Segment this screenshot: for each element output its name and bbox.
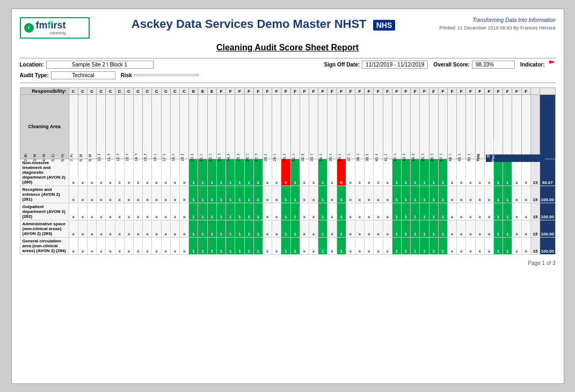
divider — [20, 58, 556, 58]
data-cell: 1 — [290, 237, 300, 254]
data-cell: 1 — [226, 237, 235, 254]
data-cell: x — [272, 220, 281, 237]
data-cell: x — [466, 220, 475, 237]
data-cell: 1 — [411, 237, 420, 254]
data-cell: x — [170, 186, 179, 203]
table-row: Outpatient department (AVON 2) (282)xxxx… — [20, 203, 555, 220]
data-cell: x — [263, 203, 272, 220]
data-cell: 1 — [253, 186, 263, 203]
data-cell: 1 — [429, 220, 438, 237]
data-cell: 0 — [337, 159, 346, 186]
data-cell: x — [457, 237, 466, 254]
total-cell: 13 — [530, 159, 540, 186]
data-cell: x — [161, 186, 170, 203]
data-cell: x — [309, 159, 318, 186]
data-cell: 0 — [281, 159, 290, 186]
area-name: Reception and entrance (AVON 2) (281) — [20, 186, 69, 203]
data-cell: x — [374, 186, 383, 203]
logo-cleaning: cleaning — [36, 31, 66, 35]
data-cell: 1 — [244, 186, 253, 203]
data-cell: 1 — [253, 159, 263, 186]
table-container: Responsibility: C C C C C C C C C C C C … — [20, 87, 556, 255]
data-cell: x — [143, 203, 152, 220]
risk-group: Risk — [121, 72, 199, 78]
responsibility-label: Responsibility: — [20, 87, 69, 94]
data-cell: 1 — [207, 159, 216, 186]
area-name: General circulation area (non-clinical a… — [20, 237, 69, 254]
data-cell: x — [106, 237, 115, 254]
data-cell: 1 — [318, 186, 327, 203]
data-cell: x — [134, 159, 143, 186]
data-cell: x — [327, 186, 337, 203]
data-cell: 1 — [290, 159, 300, 186]
data-cell: x — [69, 237, 78, 254]
risk-label: Risk — [121, 72, 132, 78]
logo-box: f fmfirst cleaning — [20, 17, 90, 39]
data-cell: x — [88, 237, 97, 254]
data-cell: x — [97, 186, 106, 203]
data-cell: 1 — [207, 220, 216, 237]
data-cell: x — [88, 203, 97, 220]
data-cell: 1 — [318, 220, 327, 237]
data-cell: x — [484, 220, 493, 237]
data-cell: 1 — [216, 203, 225, 220]
data-cell: 1 — [503, 203, 512, 220]
indicator-group: Indicator: — [520, 61, 556, 69]
data-cell: x — [447, 237, 456, 254]
data-cell: 1 — [392, 203, 401, 220]
table-row: Reception and entrance (AVON 2) (281)xxx… — [20, 186, 555, 203]
data-cell: 1 — [411, 203, 420, 220]
area-name: Non-invasive treatment and diagnostic de… — [20, 159, 69, 186]
data-cell: x — [374, 203, 383, 220]
sign-off-value: 11/12/2019 - 11/12/2019 — [362, 61, 428, 69]
data-cell: 1 — [401, 220, 410, 237]
data-cell: 1 — [493, 203, 503, 220]
data-cell: 1 — [493, 237, 503, 254]
indicator-label: Indicator: — [520, 62, 545, 68]
data-cell: 1 — [216, 159, 225, 186]
data-cell: x — [300, 237, 309, 254]
data-cell: x — [272, 237, 281, 254]
data-cell: x — [346, 220, 355, 237]
data-cell: 1 — [411, 159, 420, 186]
data-cell: 1 — [244, 220, 253, 237]
data-cell: 1 — [420, 237, 429, 254]
data-cell: 1 — [189, 220, 198, 237]
data-cell: 1 — [198, 237, 207, 254]
logo-text: fmfirst — [36, 20, 66, 30]
data-cell: x — [365, 186, 374, 203]
data-cell: x — [143, 220, 152, 237]
audit-type-group: Audit Type: Technical — [20, 71, 115, 79]
data-cell: 1 — [244, 237, 253, 254]
risk-value — [134, 74, 199, 76]
data-cell: x — [327, 203, 337, 220]
data-cell: 1 — [226, 186, 235, 203]
data-cell: x — [152, 203, 161, 220]
data-cell: 1 — [503, 237, 512, 254]
data-cell: x — [365, 237, 374, 254]
data-cell: x — [97, 237, 106, 254]
data-cell: 1 — [493, 159, 503, 186]
data-cell: 1 — [244, 203, 253, 220]
divider2 — [20, 83, 556, 83]
data-cell: x — [170, 203, 179, 220]
data-cell: x — [78, 220, 87, 237]
data-cell: x — [124, 220, 133, 237]
area-name: Outpatient department (AVON 2) (282) — [20, 203, 69, 220]
data-cell: x — [309, 203, 318, 220]
page-footer: Page 1 of 3 — [20, 260, 556, 266]
total-cell: 15 — [530, 186, 540, 203]
overall-cell: 100.00 — [540, 186, 556, 203]
data-cell: x — [88, 159, 97, 186]
data-cell: x — [346, 186, 355, 203]
data-cell: x — [115, 203, 124, 220]
data-cell: x — [263, 159, 272, 186]
audit-type-value: Technical — [51, 71, 115, 79]
data-cell: 1 — [392, 237, 401, 254]
data-cell: x — [69, 203, 78, 220]
data-cell: 1 — [253, 237, 263, 254]
total-cell: 15 — [530, 220, 540, 237]
data-cell: x — [106, 220, 115, 237]
data-cell: x — [134, 186, 143, 203]
data-cell: 1 — [337, 220, 346, 237]
